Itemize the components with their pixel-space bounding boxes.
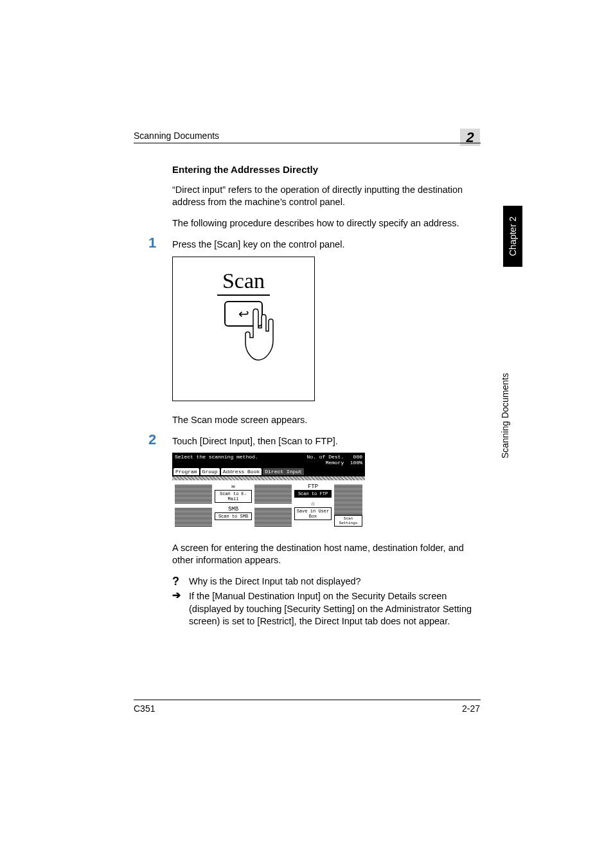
step-2: 2 Touch [Direct Input], then [Scan to FT… [172, 435, 482, 628]
step-1: 1 Press the [Scan] key on the control pa… [172, 239, 482, 427]
lcd-memory-label: Memory [325, 460, 344, 466]
lcd-dest-label: No. of Dest. [307, 454, 344, 460]
ftp-icon: FTP [294, 484, 332, 490]
page: Scanning Documents 2 Chapter 2 Scanning … [0, 0, 613, 868]
running-header: Scanning Documents [134, 131, 219, 141]
envelope-icon: ✉ [215, 484, 252, 490]
lcd-tab-group[interactable]: Group [200, 468, 220, 475]
question-mark-icon: ? [172, 575, 184, 588]
hatch-icon [254, 484, 292, 503]
step-1-result: The Scan mode screen appears. [172, 414, 482, 426]
hatch-icon [175, 484, 212, 503]
step-number: 2 [148, 431, 156, 448]
body: Entering the Addresses Directly “Direct … [172, 164, 482, 635]
lcd-btn-scan-to-ftp[interactable]: Scan to FTP [294, 490, 332, 498]
lcd-memory-value: 100% [350, 460, 362, 466]
question-text: Why is the Direct Input tab not displaye… [189, 575, 361, 588]
hand-press-icon [240, 305, 279, 363]
intro-para-1: “Direct input” refers to the operation o… [172, 184, 482, 208]
lcd-btn-scan-to-email[interactable]: Scan to E-Mail [215, 490, 252, 503]
lcd-title: Select the scanning method. [175, 454, 258, 466]
question-row: ? Why is the Direct Input tab not displa… [172, 575, 482, 588]
answer-text: If the [Manual Destination Input] on the… [189, 590, 482, 628]
header-rule [134, 143, 481, 143]
step-2-result: A screen for entering the destination ho… [172, 542, 482, 566]
step-1-text: Press the [Scan] key on the control pane… [172, 239, 482, 251]
answer-row: ➔ If the [Manual Destination Input] on t… [172, 590, 482, 628]
intro-para-2: The following procedure describes how to… [172, 217, 482, 230]
arrow-right-icon: ➔ [172, 590, 184, 628]
lcd-tab-program[interactable]: Program [173, 468, 199, 475]
lcd-btn-scan-to-smb[interactable]: Scan to SMB [215, 512, 252, 520]
hatch-icon [254, 507, 292, 527]
smb-icon: SMB [215, 507, 252, 512]
lcd-screenshot: Select the scanning method. No. of Dest.… [172, 453, 365, 530]
footer-rule [134, 700, 481, 700]
side-section-label: Scanning Documents [500, 373, 510, 458]
lcd-tab-address-book[interactable]: Address Book [221, 468, 262, 475]
hatch-icon [334, 484, 362, 515]
userbox-icon: ⌂ [294, 502, 332, 507]
lcd-btn-save-user-box[interactable]: Save in User Box [294, 507, 332, 520]
scan-key-label: Scan [217, 269, 270, 296]
lcd-tab-direct-input[interactable]: Direct Input [263, 468, 304, 475]
side-chapter-tab: Chapter 2 [503, 206, 522, 267]
footer-page: 2-27 [462, 703, 480, 714]
step-number: 1 [148, 235, 156, 251]
lcd-btn-scan-settings[interactable]: Scan Settings [334, 515, 362, 527]
footer-model: C351 [134, 703, 155, 714]
hatch-icon [175, 507, 212, 527]
lcd-dest-value: 000 [353, 454, 362, 460]
step-2-text: Touch [Direct Input], then [Scan to FTP]… [172, 435, 482, 448]
section-heading: Entering the Addresses Directly [172, 164, 482, 175]
scan-key-figure: Scan ↩ [172, 257, 315, 401]
